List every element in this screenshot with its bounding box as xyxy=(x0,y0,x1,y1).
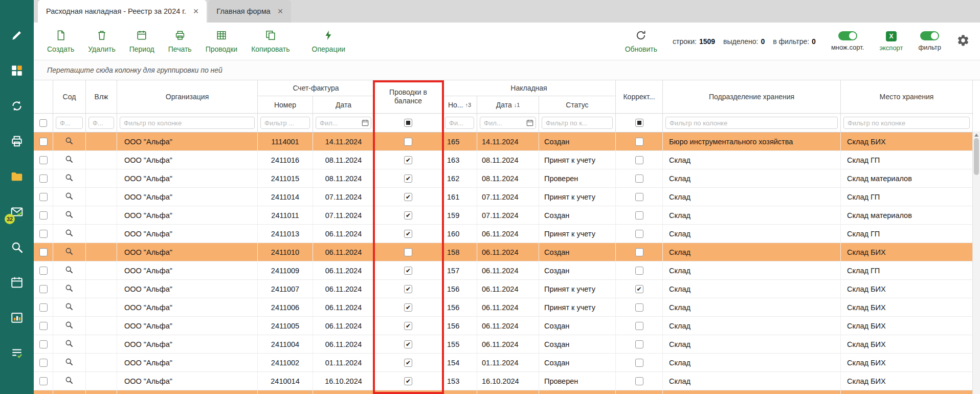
row-open-cell[interactable] xyxy=(53,317,86,335)
delete-button[interactable]: Удалить xyxy=(88,30,115,53)
sidebar-item-search[interactable] xyxy=(10,240,24,255)
row-checkbox[interactable] xyxy=(39,285,48,293)
postings-button[interactable]: Проводки xyxy=(206,30,238,53)
refresh-button[interactable]: Обновить xyxy=(625,30,657,53)
posted-cell[interactable] xyxy=(374,243,442,261)
posted-cell[interactable] xyxy=(374,169,442,187)
posted-checkbox[interactable] xyxy=(404,193,412,201)
row-open-cell[interactable] xyxy=(53,261,86,279)
row-select-cell[interactable] xyxy=(34,390,53,394)
export-button[interactable]: X экспорт xyxy=(879,31,903,52)
filter-vlzh-input[interactable] xyxy=(88,117,114,129)
posted-cell[interactable] xyxy=(374,335,442,353)
posted-cell[interactable] xyxy=(374,188,442,206)
scrollbar-thumb[interactable] xyxy=(974,138,979,175)
column-header-posted[interactable]: Проводки в балансе xyxy=(374,80,442,113)
row-open-cell[interactable] xyxy=(53,335,86,353)
row-open-cell[interactable] xyxy=(53,133,86,150)
sidebar-item-mail[interactable]: 32 xyxy=(10,205,24,220)
table-row[interactable]: ООО "Альфа"241100201.11.202415401.11.202… xyxy=(34,354,973,372)
correction-checkbox[interactable] xyxy=(635,211,643,220)
posted-cell[interactable] xyxy=(374,280,442,298)
filter-invoice-date-input[interactable] xyxy=(316,117,371,129)
row-search-icon[interactable] xyxy=(65,210,74,221)
correction-cell[interactable] xyxy=(616,317,663,335)
row-select-cell[interactable] xyxy=(34,317,53,335)
correction-checkbox[interactable] xyxy=(635,230,643,238)
posted-cell[interactable] xyxy=(374,317,442,335)
settings-button[interactable] xyxy=(956,34,970,49)
row-select-cell[interactable] xyxy=(34,298,53,316)
posted-cell[interactable] xyxy=(374,151,442,169)
correction-checkbox[interactable] xyxy=(635,303,643,312)
column-header-sod[interactable]: Сод xyxy=(53,80,86,113)
posted-checkbox[interactable] xyxy=(404,340,412,348)
sidebar-item-reports[interactable] xyxy=(10,311,24,325)
posted-checkbox[interactable] xyxy=(404,359,412,367)
sidebar-item-calendar[interactable] xyxy=(10,276,24,290)
column-header-invoice-number[interactable]: Номер xyxy=(258,96,313,113)
filter-organization-input[interactable] xyxy=(120,117,255,129)
row-open-cell[interactable] xyxy=(53,206,86,224)
correction-cell[interactable] xyxy=(616,372,663,390)
sidebar-item-print[interactable] xyxy=(10,135,24,149)
row-search-icon[interactable] xyxy=(65,173,74,184)
correction-cell[interactable] xyxy=(616,390,663,394)
correction-checkbox[interactable] xyxy=(635,138,643,146)
row-select-cell[interactable] xyxy=(34,280,53,298)
filter-invoice-number-input[interactable] xyxy=(260,117,310,129)
column-header-invoice-date[interactable]: Дата xyxy=(313,96,374,113)
scroll-up-arrow-icon[interactable] xyxy=(974,134,978,137)
row-select-cell[interactable] xyxy=(34,188,53,206)
filter-sod-input[interactable] xyxy=(56,117,83,129)
posted-checkbox[interactable] xyxy=(404,138,412,146)
filter-doc-number-input[interactable] xyxy=(445,117,474,129)
row-open-cell[interactable] xyxy=(53,354,86,371)
posted-cell[interactable] xyxy=(374,225,442,243)
correction-cell[interactable] xyxy=(616,354,663,371)
correction-checkbox[interactable] xyxy=(635,359,643,367)
filter-status-input[interactable] xyxy=(542,117,613,129)
row-select-cell[interactable] xyxy=(34,243,53,261)
close-icon[interactable]: × xyxy=(193,7,199,16)
row-search-icon[interactable] xyxy=(65,247,74,257)
table-row[interactable]: ООО "Альфа"241100506.11.202415606.11.202… xyxy=(34,317,973,335)
filter-doc-date-input[interactable] xyxy=(480,117,536,129)
table-row[interactable]: ООО "Альфа"241100606.11.202415606.11.202… xyxy=(34,298,973,317)
table-row[interactable]: ООО "Альфа"111400114.11.202416514.11.202… xyxy=(34,133,973,151)
correction-cell[interactable] xyxy=(616,188,663,206)
row-open-cell[interactable] xyxy=(53,188,86,206)
row-select-cell[interactable] xyxy=(34,372,53,390)
vertical-scrollbar[interactable] xyxy=(972,132,980,394)
correction-checkbox[interactable] xyxy=(635,377,643,385)
row-select-cell[interactable] xyxy=(34,169,53,187)
row-checkbox[interactable] xyxy=(39,193,48,201)
table-row[interactable]: ООО "Альфа"241101306.11.202416006.11.202… xyxy=(34,225,973,243)
posted-checkbox[interactable] xyxy=(404,248,412,256)
row-select-cell[interactable] xyxy=(34,225,53,243)
row-search-icon[interactable] xyxy=(65,358,74,368)
table-row[interactable]: ООО "Альфа"241101107.11.202415907.11.202… xyxy=(34,206,973,225)
table-row[interactable]: ООО "Альфа"241100906.11.202415706.11.202… xyxy=(34,261,973,280)
table-row[interactable]: ООО "Альфа"241001316.10.202415216.10.202… xyxy=(34,390,973,394)
tab-main-form[interactable]: Главная форма × xyxy=(208,0,291,23)
column-header-correction[interactable]: Коррект... xyxy=(616,80,663,113)
sidebar-item-sync[interactable] xyxy=(10,99,24,114)
posted-cell[interactable] xyxy=(374,390,442,394)
posted-checkbox[interactable] xyxy=(404,285,412,293)
correction-cell[interactable] xyxy=(616,298,663,316)
column-header-doc-date[interactable]: Дата ↓1 xyxy=(477,96,539,113)
posted-filter-checkbox[interactable] xyxy=(404,119,412,127)
correction-cell[interactable] xyxy=(616,225,663,243)
correction-cell[interactable] xyxy=(616,335,663,353)
table-row[interactable]: ООО "Альфа"241100706.11.202415606.11.202… xyxy=(34,280,973,298)
row-select-cell[interactable] xyxy=(34,133,53,150)
row-select-cell[interactable] xyxy=(34,354,53,371)
table-row[interactable]: ООО "Альфа"241101608.11.202416308.11.202… xyxy=(34,151,973,169)
row-checkbox[interactable] xyxy=(39,138,48,146)
correction-checkbox[interactable] xyxy=(635,156,643,164)
row-checkbox[interactable] xyxy=(39,248,48,256)
sidebar-item-files[interactable] xyxy=(10,170,24,184)
row-open-cell[interactable] xyxy=(53,243,86,261)
row-select-cell[interactable] xyxy=(34,335,53,353)
